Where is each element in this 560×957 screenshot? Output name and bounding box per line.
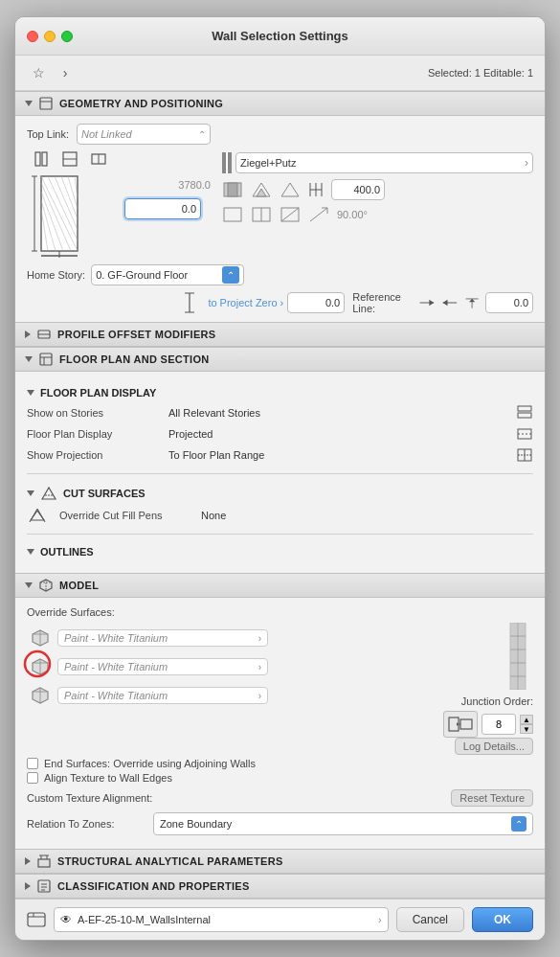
red-circle-icon — [22, 649, 53, 679]
toolbar: ☆ › Selected: 1 Editable: 1 — [15, 56, 545, 91]
offset-input[interactable] — [124, 198, 201, 219]
cancel-button[interactable]: Cancel — [396, 907, 464, 932]
settings-content: GEOMETRY AND POSITIONING Top Link: Not L… — [15, 91, 545, 899]
custom-texture-row: Custom Texture Alignment: Reset Texture — [27, 789, 533, 807]
selected-info: Selected: 1 Editable: 1 — [428, 67, 533, 79]
profile-offset-header[interactable]: PROFILE OFFSET MODIFIERS — [15, 322, 545, 347]
junction-area: Junction Order: — [280, 623, 533, 755]
outlines-title: OUTLINES — [40, 546, 94, 558]
close-button[interactable] — [27, 31, 38, 42]
geometry-triangle-icon — [25, 101, 33, 106]
row-value: Projected — [168, 428, 508, 440]
top-link-label: Top Link: — [27, 128, 69, 140]
to-project-zero-label[interactable]: to Project Zero › — [208, 297, 283, 308]
home-story-row: Home Story: 0. GF-Ground Floor ⌃ — [27, 264, 533, 285]
floor-plan-section-header[interactable]: FLOOR PLAN AND SECTION — [15, 347, 545, 372]
material-chevron: › — [525, 156, 528, 170]
classification-section-header[interactable]: CLASSIFICATION AND PROPERTIES — [15, 874, 545, 899]
home-story-select[interactable]: 0. GF-Ground Floor ⌃ — [91, 264, 244, 285]
classification-title: CLASSIFICATION AND PROPERTIES — [57, 880, 250, 892]
angle-icon-2 — [251, 206, 272, 223]
svg-line-37 — [310, 208, 327, 221]
outlines-triangle — [27, 549, 34, 555]
surface-1-label: Paint - White Titanium — [64, 632, 253, 644]
wall-icon-3 — [90, 150, 107, 168]
ok-button[interactable]: OK — [472, 907, 533, 932]
profile-triangle-icon — [25, 330, 31, 338]
ref-offset-icon — [464, 294, 480, 311]
thickness-icon — [308, 181, 324, 198]
surface-select-3[interactable]: Paint - White Titanium › — [57, 687, 268, 704]
angle-icon-3 — [280, 206, 301, 223]
svg-rect-72 — [38, 859, 50, 867]
svg-rect-3 — [42, 152, 47, 166]
cut-surfaces-header[interactable]: CUT SURFACES — [27, 482, 533, 505]
surface-select-1[interactable]: Paint - White Titanium › — [57, 629, 268, 647]
section-icon-1 — [222, 181, 243, 198]
end-surfaces-checkbox[interactable] — [27, 758, 38, 769]
junction-input[interactable] — [482, 714, 516, 735]
stepper-down[interactable]: ▼ — [520, 724, 533, 734]
home-story-value: 0. GF-Ground Floor — [96, 269, 222, 281]
fp-display-triangle — [27, 390, 34, 396]
profile-icon — [36, 327, 52, 342]
surface-select-2[interactable]: Paint - White Titanium › — [57, 658, 268, 675]
ref-offset-input[interactable] — [485, 292, 533, 313]
zone-value: Zone Boundary — [160, 818, 511, 830]
fp-display-title: FLOOR PLAN DISPLAY — [40, 387, 156, 399]
cube-icon-1 — [27, 625, 54, 651]
star-button[interactable]: ☆ — [27, 61, 50, 84]
align-texture-checkbox[interactable] — [27, 772, 38, 784]
svg-rect-50 — [40, 353, 52, 365]
junction-panel: Junction Order: — [443, 695, 533, 738]
maximize-button[interactable] — [61, 31, 73, 42]
row-label: Override Cut Fill Pens — [59, 510, 193, 521]
arrow-button[interactable]: › — [54, 61, 77, 84]
svg-rect-32 — [224, 208, 241, 221]
zone-dropdown[interactable]: Zone Boundary ⌃ — [153, 812, 533, 835]
floor-plan-display-header[interactable]: FLOOR PLAN DISPLAY — [27, 383, 533, 402]
top-link-select[interactable]: Not Linked ⌃ — [77, 124, 211, 145]
material-stripe-icon — [222, 152, 232, 173]
geometry-section-header[interactable]: GEOMETRY AND POSITIONING — [15, 91, 545, 116]
model-section-header[interactable]: MODEL — [15, 573, 545, 598]
table-row: Show Projection To Floor Plan Range — [27, 444, 533, 466]
structural-section-header[interactable]: STRUCTURAL ANALYTICAL PARAMETERS — [15, 849, 545, 874]
ref-icon-1 — [418, 294, 436, 311]
outlines-header[interactable]: OUTLINES — [27, 542, 533, 561]
svg-marker-47 — [469, 299, 475, 302]
row-value: None — [201, 510, 533, 521]
floor-plan-icon — [38, 352, 54, 367]
log-details-button[interactable]: Log Details... — [455, 738, 533, 755]
table-row: Show on Stories All Relevant Stories — [27, 402, 533, 423]
project-zero-input[interactable] — [287, 292, 345, 313]
view-arrow: › — [378, 914, 382, 925]
align-texture-checkbox-row: Align Texture to Wall Edges — [27, 772, 533, 784]
stepper-up[interactable]: ▲ — [520, 715, 533, 724]
junction-stepper[interactable]: ▲ ▼ — [520, 715, 533, 734]
model-triangle-icon — [25, 582, 33, 588]
surface-row-1: Paint - White Titanium › — [27, 625, 268, 651]
reference-line-area: Reference Line: — [352, 291, 533, 314]
thickness-input[interactable] — [331, 179, 385, 200]
override-surfaces-area: Paint - White Titanium › — [27, 623, 533, 755]
svg-rect-53 — [518, 406, 531, 411]
surface-1-arrow: › — [258, 633, 261, 644]
projection-icon — [516, 446, 533, 464]
view-select[interactable]: 👁 A-EF-25-10-M_WallsInternal › — [54, 907, 389, 932]
model-icon — [38, 578, 54, 593]
angle-icon-1 — [222, 206, 243, 223]
row-value: To Floor Plan Range — [168, 449, 508, 461]
eye-icon: 👁 — [60, 913, 72, 926]
project-zero-row: to Project Zero › Reference Line: — [27, 291, 533, 314]
svg-rect-27 — [228, 183, 237, 196]
reset-texture-button[interactable]: Reset Texture — [451, 789, 533, 807]
material-select[interactable]: Ziegel+Putz › — [235, 152, 533, 173]
minimize-button[interactable] — [44, 31, 56, 42]
model-title: MODEL — [59, 580, 99, 591]
row-label: Show on Stories — [27, 407, 161, 419]
floor-plan-triangle-icon — [25, 356, 33, 362]
view-value: A-EF-25-10-M_WallsInternal — [78, 914, 372, 925]
window-controls — [27, 31, 73, 42]
height-value: 3780.0 — [124, 179, 211, 191]
